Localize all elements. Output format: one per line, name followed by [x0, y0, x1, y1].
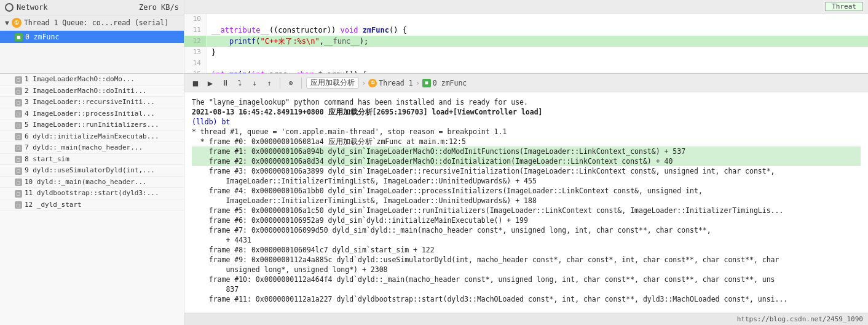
- code-top-bar: Threat: [184, 0, 868, 14]
- code-lines: 10 11 __attribute__((constructor)) void …: [184, 14, 868, 73]
- frame-item[interactable]: □8 start_sim: [0, 154, 184, 166]
- console-line: frame #5: 0x0000000106a1c50 dyld_sim`Ima…: [192, 206, 861, 215]
- frame-item[interactable]: □1 ImageLoaderMachO::doMo...: [0, 74, 184, 86]
- code-line: 10: [184, 14, 868, 25]
- app-label: 应用加载分析: [306, 77, 359, 89]
- frame-icon: □: [15, 190, 22, 198]
- step-into-btn[interactable]: ↓: [248, 77, 261, 89]
- step-out-btn[interactable]: ↑: [263, 77, 275, 89]
- frame-icon: □: [15, 99, 22, 106]
- line-number: 13: [184, 47, 207, 58]
- stop-btn[interactable]: ■: [189, 77, 202, 89]
- network-bar: Network Zero KB/s: [0, 0, 184, 15]
- line-content: printf("C++来了:%s\n",__func__);: [207, 36, 868, 47]
- console-line: * frame #0: 0x0000000106081a4 应用加载分析`zmF…: [192, 137, 861, 146]
- toolbar-sep2: [301, 78, 302, 89]
- thread-icon: ①: [12, 18, 22, 28]
- line-number: 12: [184, 36, 207, 47]
- frame-icon: □: [15, 87, 22, 95]
- frame-breadcrumb: ■ 0 zmFunc: [422, 79, 467, 87]
- console-line-highlight: frame #1: 0x0000000106a894b dyld_sim`Ima…: [192, 146, 861, 156]
- thread-tag: Threat: [825, 2, 863, 11]
- run-btn[interactable]: ▶: [204, 77, 216, 89]
- clear-btn[interactable]: ⊗: [285, 77, 297, 89]
- console-line: frame #4: 0x0000000106a1bb0 dyld_sim`Ima…: [192, 186, 861, 206]
- console-line-bold: 2021-08-13 16:45:42.849119+0800 应用加载分析[2…: [192, 107, 861, 117]
- status-url: https://blog.csdn.net/2459_1090: [737, 315, 863, 323]
- frame-item-active[interactable]: ■ 0 zmFunc: [0, 31, 184, 43]
- frame-icon: □: [15, 133, 22, 140]
- line-content: [207, 58, 211, 69]
- code-line-highlighted: 12 printf("C++来了:%s\n",__func__);: [184, 36, 868, 47]
- code-line: 11 __attribute__((constructor)) void zmF…: [184, 25, 868, 36]
- console-line: frame #3: 0x0000000106a3899 dyld_sim`Ima…: [192, 166, 861, 186]
- frame-icon: □: [15, 167, 22, 175]
- console-output: The "layne_imagelookup" python command h…: [184, 92, 868, 313]
- breadcrumb-sep1: ›: [361, 79, 366, 87]
- line-number: 11: [184, 25, 207, 36]
- code-line: 13 }: [184, 47, 868, 58]
- line-number: 14: [184, 58, 207, 69]
- console-line-highlight: frame #2: 0x0000000106a8d34 dyld_sim`Ima…: [192, 156, 861, 166]
- code-line: 15 int main(int argc, char * argv[]) {: [184, 69, 868, 73]
- frame-item[interactable]: □5 ImageLoader::runInitializers...: [0, 119, 184, 131]
- frame-list: □1 ImageLoaderMachO::doMo... □2 ImageLoa…: [0, 74, 184, 325]
- status-bar: https://blog.csdn.net/2459_1090: [184, 313, 868, 325]
- thread-breadcrumb-label: Thread 1: [379, 79, 412, 87]
- line-number: 15: [184, 69, 207, 73]
- thread-expand-icon[interactable]: ▼: [5, 18, 9, 27]
- toolbar: ■ ▶ ⏸ ⤵ ↓ ↑ ⊗ 应用加载分析 › ① Thread 1 › ■ 0 …: [184, 74, 868, 92]
- toolbar-sep1: [280, 78, 280, 89]
- console-line: * thread #1, queue = 'com.apple.main-thr…: [192, 127, 861, 137]
- frame-item[interactable]: □10 dyld::_main(macho_header...: [0, 177, 184, 188]
- frame-icon: □: [15, 76, 22, 84]
- frame-item[interactable]: □2 ImageLoaderMachO::doIniti...: [0, 86, 184, 97]
- frame-icon: □: [15, 201, 22, 209]
- thread-breadcrumb-icon: ①: [368, 79, 377, 87]
- frame-item[interactable]: □7 dyld::_main(macho_header...: [0, 142, 184, 154]
- step-over-btn[interactable]: ⤵: [234, 77, 246, 89]
- frame-icon: □: [15, 110, 22, 118]
- line-content: }: [207, 47, 216, 58]
- thread-breadcrumb: ① Thread 1: [368, 79, 412, 87]
- network-label: Network: [17, 3, 48, 12]
- line-content: [207, 14, 211, 25]
- pause-btn[interactable]: ⏸: [219, 77, 231, 89]
- code-panel: Threat 10 11 __attribute__((constructor)…: [184, 0, 868, 73]
- frame-breadcrumb-icon: ■: [422, 79, 431, 87]
- frame-item[interactable]: □4 ImageLoader::processInitial...: [0, 108, 184, 120]
- frame-icon: □: [15, 156, 22, 163]
- console-line: frame #8: 0x0000000106094lc7 dyld_sim`st…: [192, 245, 861, 255]
- line-number: 10: [184, 14, 207, 25]
- thread-header: ▼ ① Thread 1 Queue: co...read (serial): [0, 15, 184, 31]
- console-line: frame #9: 0x0000000112a4a885c dyld`dyld:…: [192, 255, 861, 275]
- breadcrumb-sep2: ›: [416, 79, 420, 87]
- frame-icon: □: [15, 122, 22, 129]
- frame-icon: □: [15, 179, 22, 186]
- line-content: __attribute__((constructor)) void zmFunc…: [207, 25, 407, 36]
- console-line: frame #7: 0x0000000106099d50 dyld_sim`dy…: [192, 225, 861, 245]
- globe-icon: [5, 3, 14, 12]
- frame-active-label: 0 zmFunc: [25, 33, 59, 41]
- network-bandwidth: Zero KB/s: [139, 3, 179, 12]
- frame-active-icon: ■: [15, 33, 23, 41]
- thread-label: Thread 1 Queue: co...read (serial): [24, 18, 168, 27]
- frame-item[interactable]: □9 dyld::useSimulatorDyld(int,...: [0, 165, 184, 177]
- frame-icon: □: [15, 145, 22, 152]
- console-line: frame #10: 0x0000000112a464f4 dyld`dyld:…: [192, 275, 861, 294]
- console-line-blue: (lldb) bt: [192, 117, 861, 127]
- code-line: 14: [184, 58, 868, 69]
- frame-item[interactable]: □6 dyld::initializeMainExecutab...: [0, 131, 184, 143]
- frame-item[interactable]: □12 _dyld_start: [0, 199, 184, 211]
- console-line: frame #11: 0x0000000112a1a227 dyld`dyldb…: [192, 294, 861, 304]
- console-line: The "layne_imagelookup" python command h…: [192, 97, 861, 107]
- frame-breadcrumb-label: 0 zmFunc: [433, 79, 467, 87]
- frame-item[interactable]: □3 ImageLoader::recursiveIniti...: [0, 97, 184, 108]
- console-line: frame #6: 0x0000000106952a9 dyld_sim`dyl…: [192, 215, 861, 225]
- frame-item[interactable]: □11 dyldbootstrap::start(dyld3:...: [0, 188, 184, 199]
- line-content: int main(int argc, char * argv[]) {: [207, 69, 367, 73]
